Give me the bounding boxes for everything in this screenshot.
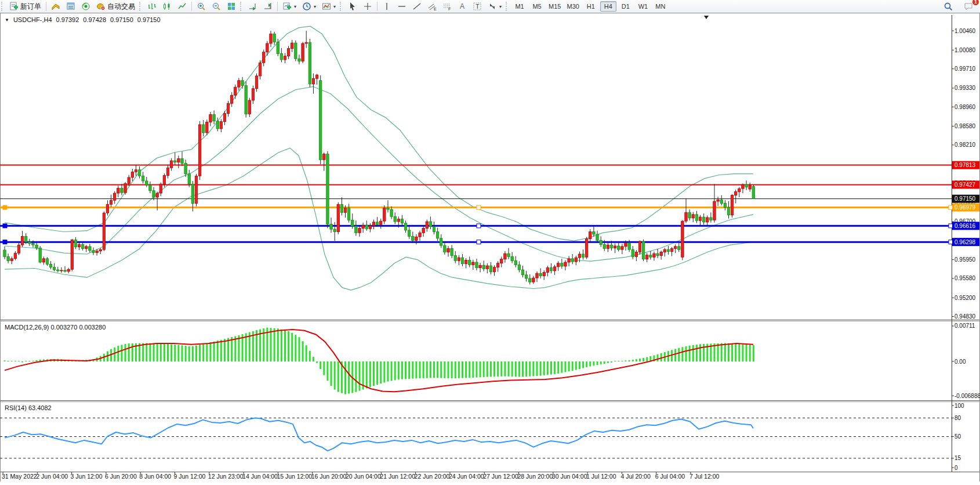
new-chart-button[interactable]: ▾ [280,1,299,12]
data-window-button[interactable] [64,1,78,12]
text-button[interactable]: A [455,1,469,12]
candle-body [369,226,371,229]
candle-body [21,236,23,245]
line-handle[interactable] [477,224,481,228]
candle-body [415,237,418,240]
line-handle[interactable] [949,224,953,228]
line-handle[interactable] [949,205,953,209]
collapse-triangle-icon[interactable]: ▼ [5,17,9,23]
horizontal-line-icon [397,2,406,11]
tab-timeframe-mn[interactable]: MN [652,1,669,12]
trendline-button[interactable] [410,1,424,12]
candle-body [638,241,641,252]
data-window-icon [66,2,75,11]
candle-body [32,244,34,245]
candle-body [429,222,431,227]
tab-timeframe-d1[interactable]: D1 [618,1,634,12]
mt4-application: 新订单 自动交易 [0,0,980,485]
tab-timeframe-m1[interactable]: M1 [511,1,528,12]
candle-body [141,176,144,181]
templates-button[interactable]: ▾ [320,1,338,12]
x-axis-label: 3 Jun 12:00 [71,473,103,480]
auto-scroll-button[interactable] [246,1,260,12]
toolbar-grip[interactable] [506,2,510,11]
toolbar-grip[interactable] [1,2,5,11]
vertical-line-button[interactable] [380,1,394,12]
zoom-out-button[interactable] [209,1,223,12]
timeframes-button[interactable]: ▾ [300,1,318,12]
horizontal-line-button[interactable] [395,1,409,12]
time-axis[interactable]: 31 May 20222 Jun 04:003 Jun 12:006 Jun 2… [0,472,980,482]
line-chart-button[interactable] [175,1,189,12]
candle-body [159,184,162,193]
line-handle[interactable] [3,224,7,228]
candle-body [344,208,346,212]
line-handle[interactable] [3,240,7,244]
tab-timeframe-m15[interactable]: M15 [546,1,563,12]
candle-body [181,158,183,163]
bar-chart-icon [147,2,157,11]
tab-timeframe-m5[interactable]: M5 [529,1,545,12]
candle-body [451,248,453,255]
chart-canvas[interactable]: 1.004601.000800.997100.993300.989600.985… [0,13,980,482]
candle-body [213,114,215,121]
candle-body [496,263,499,267]
toolbar-grip[interactable] [139,2,143,11]
candle-body [149,185,151,191]
search-button[interactable] [941,1,956,12]
candle-body [458,258,460,260]
candle-body [546,268,549,273]
candle-body [195,176,197,203]
bar-chart-button[interactable] [145,1,159,12]
auto-trading-icon [96,2,106,11]
tab-timeframe-h4[interactable]: H4 [600,1,616,12]
line-handle[interactable] [477,205,481,209]
market-watch-button[interactable] [49,1,63,12]
candle-body [25,236,27,242]
candle-body [550,268,552,271]
svg-text:0.94830: 0.94830 [954,313,976,320]
candlestick-chart-button[interactable] [160,1,174,12]
candle-body [39,248,41,262]
signals-icon [81,2,90,11]
tab-timeframe-h1[interactable]: H1 [583,1,599,12]
tab-timeframe-m30[interactable]: M30 [564,1,581,12]
tab-timeframe-w1[interactable]: W1 [635,1,651,12]
candle-body [713,201,716,220]
candle-body [376,222,378,225]
new-order-button[interactable]: 新订单 [7,1,43,12]
vertical-line-icon [382,2,391,11]
zoom-in-button[interactable] [194,1,208,12]
signals-button[interactable] [79,1,93,12]
svg-text:1.00460: 1.00460 [954,28,976,34]
line-handle[interactable] [477,240,481,244]
toolbar-grip[interactable] [340,2,344,11]
candle-body [646,255,648,259]
candle-body [333,229,336,231]
line-handle[interactable] [3,205,7,209]
candle-body [482,265,485,269]
crosshair-button[interactable] [361,1,375,12]
toolbar-grip[interactable] [240,2,244,11]
tile-windows-button[interactable] [224,1,238,12]
chart-shift-button[interactable] [261,1,275,12]
auto-trading-label: 自动交易 [107,2,135,12]
candle-body [578,254,580,258]
candle-body [561,263,563,266]
fibonacci-button[interactable]: F [440,1,454,12]
arrows-button[interactable]: ▾ [485,1,504,12]
candle-body [295,43,297,59]
candle-body [146,181,148,185]
candle-body [53,267,55,270]
candle-body [507,254,510,256]
candle-body [131,172,133,178]
notifications-button[interactable]: 1 [961,1,976,12]
candle-body [642,241,644,259]
text-label-button[interactable]: T [470,1,484,12]
candle-body [706,218,709,222]
candle-body [529,278,531,282]
cursor-button[interactable] [346,1,360,12]
equidistant-channel-button[interactable]: E [425,1,439,12]
line-handle[interactable] [949,240,953,244]
auto-trading-button[interactable]: 自动交易 [94,1,137,12]
